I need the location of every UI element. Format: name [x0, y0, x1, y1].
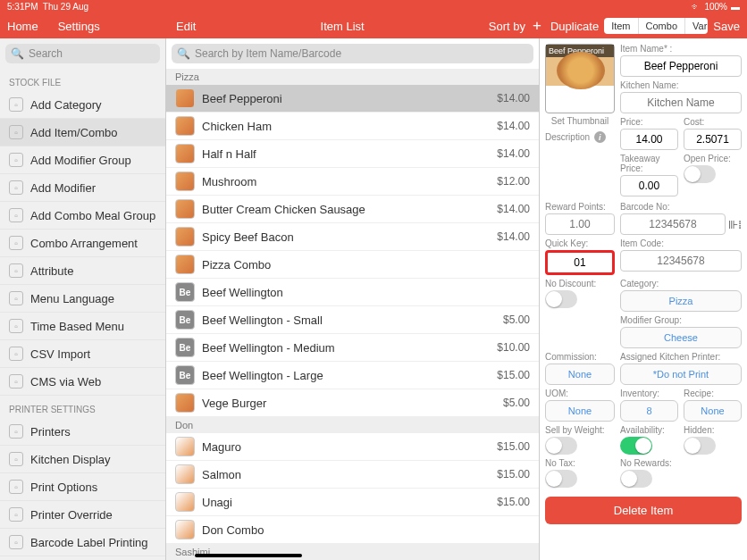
sidebar-icon: ▫ — [9, 97, 23, 112]
sidebar-item[interactable]: ▫Time Based Menu — [0, 313, 165, 340]
sidebar-item[interactable]: ▫Kitchen Display — [0, 446, 165, 473]
availability-toggle[interactable] — [620, 437, 652, 455]
sidebar-item[interactable]: ▫Add Item/Combo — [0, 119, 165, 146]
barcode-scan-icon[interactable]: ⊪⁞ — [728, 218, 742, 231]
sidebar-item[interactable]: ▫Attribute — [0, 257, 165, 285]
topbar: Home Settings Edit Item List Sort by + D… — [0, 13, 747, 38]
sidebar-item[interactable]: ▫Printer Override — [0, 501, 165, 529]
sidebar-icon: ▫ — [9, 424, 23, 439]
list-item[interactable]: BeBeef Wellington - Small$5.00 — [166, 306, 539, 334]
pizza-icon — [557, 52, 605, 89]
home-button[interactable]: Home — [7, 20, 38, 33]
sidebar-item[interactable]: ▫Barcode Label Printing — [0, 529, 165, 556]
no-tax-toggle[interactable] — [545, 470, 577, 488]
sidebar-item[interactable]: ▫Add Combo Meal Group — [0, 202, 165, 230]
kitchen-printer-select[interactable]: *Do not Print — [620, 364, 742, 385]
barcode-input[interactable] — [620, 213, 726, 235]
no-rewards-toggle[interactable] — [620, 470, 652, 488]
sidebar-item[interactable]: ▫CSV Import — [0, 340, 165, 368]
save-button[interactable]: Save — [713, 20, 740, 33]
item-thumb-icon — [175, 520, 195, 539]
item-thumb-icon — [175, 393, 195, 413]
sidebar-icon: ▫ — [9, 452, 23, 466]
item-thumb-icon — [175, 227, 195, 247]
quick-key-input[interactable] — [545, 250, 615, 275]
edit-button[interactable]: Edit — [176, 20, 196, 33]
list-item[interactable]: Salmon$15.00 — [166, 461, 539, 489]
uom-select[interactable]: None — [545, 400, 615, 422]
sidebar-item[interactable]: ▫Add Modifier — [0, 174, 165, 202]
seg-combo[interactable]: Combo — [638, 18, 684, 34]
item-thumbnail[interactable]: Beef Pepperoni — [545, 44, 615, 113]
sidebar-icon: ▫ — [9, 208, 23, 222]
category-header: Pizza — [166, 69, 539, 85]
reward-input[interactable] — [545, 213, 615, 235]
item-thumb-icon — [175, 171, 195, 191]
type-segment[interactable]: Item Combo Variant — [604, 18, 708, 34]
sidebar-icon: ▫ — [9, 374, 23, 389]
recipe-select[interactable]: None — [684, 400, 742, 422]
list-item[interactable]: Spicy Beef Bacon$14.00 — [166, 223, 539, 251]
info-icon[interactable]: i — [594, 131, 606, 143]
list-search[interactable]: 🔍Search by Item Name/Barcode — [172, 44, 533, 63]
sidebar-item[interactable]: ▫CMS via Web — [0, 368, 165, 396]
sidebar-item[interactable]: ▫Add Modifier Group — [0, 146, 165, 174]
commission-select[interactable]: None — [545, 364, 615, 385]
list-item[interactable]: Chicken Ham$14.00 — [166, 113, 539, 140]
sidebar: 🔍Search STOCK FILE ▫Add Category▫Add Ite… — [0, 38, 166, 560]
seg-item[interactable]: Item — [604, 18, 637, 34]
home-indicator — [195, 554, 302, 557]
sort-button[interactable]: Sort by — [489, 20, 525, 33]
cost-input[interactable] — [684, 129, 742, 150]
list-item[interactable]: Vege Burger$5.00 — [166, 389, 539, 417]
hidden-toggle[interactable] — [684, 437, 716, 455]
item-thumb-icon: Be — [175, 310, 195, 330]
sidebar-icon: ▫ — [9, 480, 23, 494]
sidebar-icon: ▫ — [9, 125, 23, 139]
list-item[interactable]: BeBeef Wellington - Medium$10.00 — [166, 334, 539, 362]
list-item[interactable]: BeBeef Wellington — [166, 279, 539, 306]
sell-by-weight-toggle[interactable] — [545, 437, 577, 455]
settings-button[interactable]: Settings — [58, 20, 100, 33]
item-thumb-icon — [175, 116, 195, 136]
list-item[interactable]: Beef Pepperoni$14.00 — [166, 85, 539, 113]
duplicate-button[interactable]: Duplicate — [550, 20, 599, 33]
sidebar-item[interactable]: ▫Printers — [0, 418, 165, 446]
item-thumb-icon — [175, 88, 195, 108]
item-code-input[interactable] — [620, 250, 742, 272]
list-item[interactable]: Pizza Combo — [166, 251, 539, 279]
inspector: Beef Pepperoni Set Thumbnail Description… — [540, 38, 747, 560]
item-name-input[interactable] — [620, 55, 742, 77]
section-stock: STOCK FILE — [0, 69, 165, 91]
wifi-icon: ᯤ — [692, 2, 701, 12]
sidebar-item[interactable]: ▫Add Category — [0, 91, 165, 119]
category-select[interactable]: Pizza — [620, 290, 742, 312]
list-item[interactable]: Unagi$15.00 — [166, 489, 539, 516]
kitchen-name-input[interactable] — [620, 92, 742, 113]
open-price-toggle[interactable] — [684, 165, 716, 183]
list-item[interactable]: Butter Cream Chicken Sausage$14.00 — [166, 196, 539, 223]
sidebar-icon: ▫ — [9, 180, 23, 195]
inventory-select[interactable]: 8 — [620, 400, 678, 422]
delete-item-button[interactable]: Delete Item — [545, 497, 742, 524]
sidebar-icon: ▫ — [9, 535, 23, 549]
add-icon[interactable]: + — [533, 17, 541, 35]
item-thumb-icon — [175, 255, 195, 274]
modifier-select[interactable]: Cheese — [620, 327, 742, 348]
seg-variant[interactable]: Variant — [684, 18, 708, 34]
takeaway-input[interactable] — [620, 175, 678, 196]
section-app: APP SETTINGS — [0, 556, 165, 560]
sidebar-item[interactable]: ▫Menu Language — [0, 285, 165, 313]
list-item[interactable]: BeBeef Wellington - Large$15.00 — [166, 362, 539, 389]
list-item[interactable]: Don Combo — [166, 516, 539, 544]
list-item[interactable]: Maguro$15.00 — [166, 433, 539, 461]
set-thumbnail[interactable]: Set Thumbnail — [545, 116, 615, 126]
sidebar-search[interactable]: 🔍Search — [5, 44, 160, 63]
sidebar-item[interactable]: ▫Print Options — [0, 473, 165, 501]
list-item[interactable]: Half n Half$14.00 — [166, 140, 539, 168]
no-discount-toggle[interactable] — [545, 290, 577, 308]
sidebar-item[interactable]: ▫Combo Arrangement — [0, 230, 165, 257]
list-item[interactable]: Mushroom$12.00 — [166, 168, 539, 196]
price-input[interactable] — [620, 129, 678, 150]
sidebar-icon: ▫ — [9, 347, 23, 361]
